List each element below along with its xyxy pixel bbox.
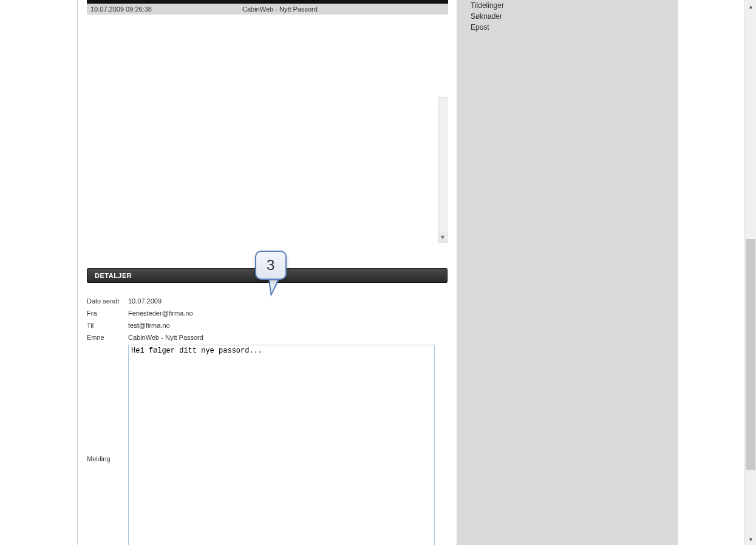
- browser-scrollbar[interactable]: ▴ ▾: [744, 0, 756, 545]
- table-row[interactable]: 10.07.2009 09:26:38 CabinWeb - Nytt Pass…: [87, 4, 448, 15]
- email-list-table: 10.07.2009 09:26:38 CabinWeb - Nytt Pass…: [87, 0, 448, 15]
- label-melding: Melding: [87, 454, 128, 464]
- value-emne: CabinWeb - Nytt Passord: [128, 333, 448, 342]
- list-scrollbar[interactable]: ▼: [438, 97, 448, 243]
- value-dato-sendt: 10.07.2009: [128, 296, 448, 306]
- scroll-thumb[interactable]: [746, 239, 755, 470]
- sidebar-nav: Tildelinger Søknader Epost: [457, 0, 670, 33]
- value-fra: Feriesteder@firma.no: [128, 308, 448, 318]
- main-panel: 10.07.2009 09:26:38 CabinWeb - Nytt Pass…: [77, 0, 457, 545]
- sidebar-item-tildelinger[interactable]: Tildelinger: [471, 0, 670, 11]
- sidebar-item-epost[interactable]: Epost: [471, 22, 670, 33]
- scroll-down-icon[interactable]: ▼: [438, 232, 447, 242]
- step-callout: 3: [255, 251, 287, 280]
- sidebar-item-soknader[interactable]: Søknader: [471, 11, 670, 22]
- label-dato-sendt: Dato sendt: [87, 296, 128, 306]
- step-number: 3: [267, 257, 275, 274]
- cell-date: 10.07.2009 09:26:38: [87, 4, 239, 15]
- cell-subject: CabinWeb - Nytt Passord: [239, 4, 448, 15]
- label-emne: Emne: [87, 333, 128, 342]
- section-title: DETALJER: [95, 272, 132, 279]
- scroll-down-icon[interactable]: ▾: [744, 533, 756, 545]
- email-list-area: 10.07.2009 09:26:38 CabinWeb - Nytt Pass…: [87, 0, 448, 243]
- message-textarea[interactable]: [128, 345, 435, 545]
- label-fra: Fra: [87, 308, 128, 318]
- label-til: Til: [87, 320, 128, 330]
- details-form: Dato sendt 10.07.2009 Fra Feriesteder@fi…: [87, 295, 448, 545]
- details-section-header: DETALJER 3: [87, 268, 448, 283]
- value-til: test@firma.no: [128, 320, 448, 330]
- scroll-up-icon[interactable]: ▴: [744, 0, 756, 12]
